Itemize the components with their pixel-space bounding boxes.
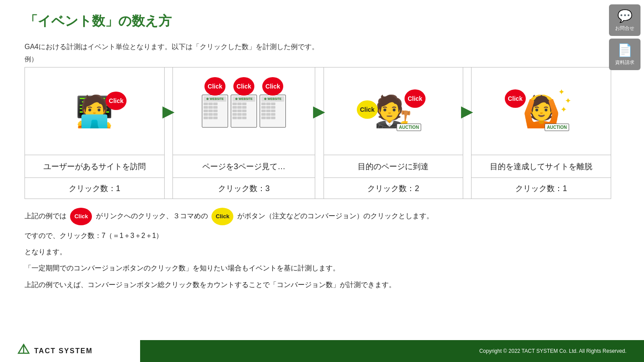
col2-image-cell: Click Click Click ⊕ WEBSITE xyxy=(172,67,315,155)
click-badge-col2-1: Click xyxy=(204,77,225,96)
click-badge-col2-2: Click xyxy=(233,77,254,96)
contact-icon: 💬 xyxy=(617,9,633,23)
document-label: 資料請求 xyxy=(615,59,634,66)
subtitle-text: GA4における計測はイベント単位となります。以下は「クリックした数」を計測した例… xyxy=(25,43,626,52)
body-line5: 上記の例でいえば、コンバージョンボタン総クリック数をカウントすることで「コンバー… xyxy=(25,279,626,291)
body-line1-middle: がリンクへのクリック、３コマめの xyxy=(96,212,208,220)
contact-label: お問合せ xyxy=(615,25,634,32)
diagram-label-row: ユーザーがあるサイトを訪問 ページを3ページ見て… 目的のページに到達 目的を達… xyxy=(25,155,611,178)
footer-logo-text: TACT SYSTEM xyxy=(34,347,93,355)
page-title: 「イベント数」の数え方 xyxy=(25,12,626,30)
body-line1-after: がボタン（注文などのコンバージョン）のクリックとします。 xyxy=(237,212,433,220)
sparkle-3: ✦ xyxy=(560,105,567,114)
col3-count: クリック数：2 xyxy=(324,178,463,199)
col3-content: Click Click 🧑‍⚖️ AUCTION xyxy=(324,67,463,155)
logo-svg xyxy=(18,344,30,356)
website-2: ⊕ WEBSITE xyxy=(231,95,257,128)
col1-content: 🧑‍💻 Click xyxy=(25,67,164,155)
col4-image-cell: Click ✦ ✦ ✦ 🙆 AUCTION xyxy=(472,67,611,155)
sparkle-2: ✦ xyxy=(565,96,571,106)
arrow3: ▶ xyxy=(463,67,472,155)
click-badge-col2-3: Click xyxy=(262,77,283,96)
person-happy-icon: 🙆 xyxy=(522,96,560,127)
spacer5 xyxy=(315,178,324,199)
tact-logo-icon xyxy=(18,344,30,358)
contact-button[interactable]: 💬 お問合せ xyxy=(609,4,640,36)
col1-count: クリック数：1 xyxy=(25,178,165,199)
website-header-2: ⊕ WEBSITE xyxy=(232,96,255,102)
auction-label: AUCTION xyxy=(397,124,421,131)
col1-label: ユーザーがあるサイトを訪問 xyxy=(25,155,165,178)
diagram-image-row: 🧑‍💻 Click ▶ Click Click Clic xyxy=(25,67,611,155)
spacer6 xyxy=(463,178,472,199)
col3-image-cell: Click Click 🧑‍⚖️ AUCTION xyxy=(324,67,463,155)
inline-click-red: Click xyxy=(70,208,92,225)
inline-click-yellow: Click xyxy=(211,208,233,225)
spacer1 xyxy=(164,155,172,178)
col2-label: ページを3ページ見て… xyxy=(172,155,315,178)
document-button[interactable]: 📄 資料請求 xyxy=(609,39,640,70)
footer-logo-area: TACT SYSTEM xyxy=(0,340,140,362)
footer-right: Copyright © 2022 TACT SYSTEM Co. Ltd. Al… xyxy=(140,340,644,362)
arrow1: ▶ xyxy=(164,67,172,155)
website-3: ⊕ WEBSITE xyxy=(260,95,286,128)
auction-label-col4: AUCTION xyxy=(545,124,569,131)
footer-copyright: Copyright © 2022 TACT SYSTEM Co. Ltd. Al… xyxy=(479,348,626,354)
website-header-3: ⊕ WEBSITE xyxy=(261,96,284,102)
sidebar-buttons: 💬 お問合せ 📄 資料請求 xyxy=(609,4,640,70)
col2-count: クリック数：3 xyxy=(172,178,315,199)
spacer2 xyxy=(315,155,324,178)
col4-content: Click ✦ ✦ ✦ 🙆 AUCTION xyxy=(472,67,611,155)
website-1: ⊕ WEBSITE xyxy=(202,95,228,128)
col4-label: 目的を達成してサイトを離脱 xyxy=(472,155,611,178)
body-line2: ですので、クリック数：7（＝1＋3＋2＋1） xyxy=(25,230,626,241)
document-icon: 📄 xyxy=(617,43,633,57)
col4-count: クリック数：1 xyxy=(472,178,611,199)
click-badge-col1: Click xyxy=(106,92,127,110)
diagram-table: 🧑‍💻 Click ▶ Click Click Clic xyxy=(25,67,611,199)
website-header-1: ⊕ WEBSITE xyxy=(204,96,226,102)
arrow2: ▶ xyxy=(315,67,324,155)
click-badge-col3-yellow: Click xyxy=(357,100,378,119)
diagram-count-row: クリック数：1 クリック数：3 クリック数：2 クリック数：1 xyxy=(25,178,611,199)
body-line1-before: 上記の例では xyxy=(25,212,67,220)
body-line4: 「一定期間でのコンバージョンボタンのクリック数」を知りたい場合もイベントを基に計… xyxy=(25,262,626,274)
col3-label: 目的のページに到達 xyxy=(324,155,463,178)
click-badge-col3-red: Click xyxy=(405,89,426,108)
example-label: 例） xyxy=(25,55,626,64)
body-line3: となります。 xyxy=(25,246,626,258)
main-content: 「イベント数」の数え方 GA4における計測はイベント単位となります。以下は「クリ… xyxy=(0,0,644,291)
spacer4 xyxy=(164,178,172,199)
spacer3 xyxy=(463,155,472,178)
body-line1: 上記の例では Click がリンクへのクリック、３コマめの Click がボタン… xyxy=(25,208,626,225)
click-badge-col4: Click xyxy=(505,89,526,108)
footer: TACT SYSTEM Copyright © 2022 TACT SYSTEM… xyxy=(0,340,644,362)
sparkle-1: ✦ xyxy=(558,87,565,97)
col1-image-cell: 🧑‍💻 Click xyxy=(25,67,165,155)
col2-content: Click Click Click ⊕ WEBSITE xyxy=(173,67,315,155)
